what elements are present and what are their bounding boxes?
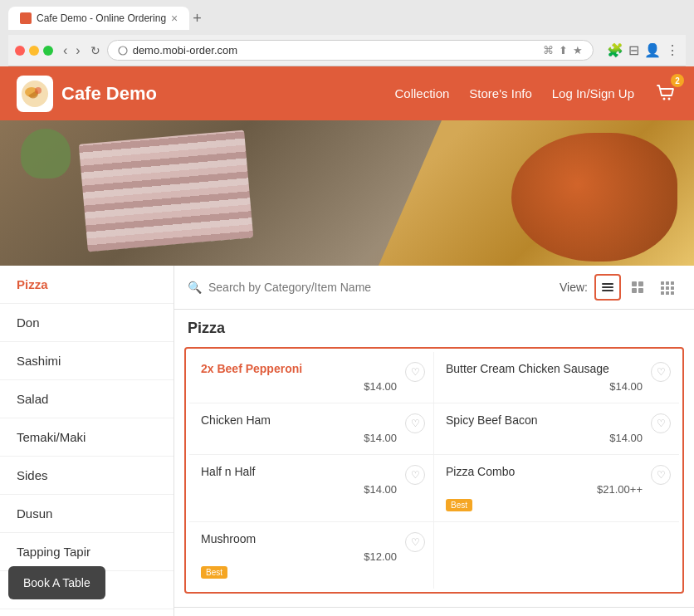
- browser-controls: ‹ › ↻ demo.mobi-order.com ⌘ ⬆ ★ 🧩 ⊟ 👤 ⋮: [8, 35, 686, 66]
- svg-rect-10: [638, 281, 643, 286]
- svg-rect-14: [666, 281, 669, 285]
- menu-item-spicy-beef[interactable]: Spicy Beef Bacon $14.00 ♡: [434, 403, 679, 455]
- sidebar-item-salad[interactable]: Salad: [0, 380, 174, 418]
- heart-btn[interactable]: ♡: [651, 413, 671, 433]
- heart-btn[interactable]: ♡: [405, 413, 425, 433]
- grid2-view-icon: [630, 280, 645, 295]
- cart-count: 2: [671, 74, 684, 87]
- sidebar-item-don[interactable]: Don: [0, 304, 174, 342]
- search-icon: 🔍: [188, 281, 202, 294]
- content-area: 🔍 View:: [174, 266, 694, 616]
- minimize-window-btn[interactable]: [29, 46, 39, 56]
- logo-svg: [20, 79, 50, 109]
- grid3-view-icon: [660, 280, 675, 295]
- svg-rect-8: [602, 290, 613, 291]
- forward-btn[interactable]: ›: [72, 43, 83, 58]
- category-title: Pizza: [174, 310, 694, 347]
- search-input[interactable]: [208, 281, 553, 294]
- active-tab[interactable]: Cafe Demo - Online Ordering ×: [8, 7, 189, 30]
- view-label: View:: [560, 281, 588, 294]
- browser-tabs: Cafe Demo - Online Ordering × +: [8, 7, 686, 30]
- svg-rect-9: [632, 281, 637, 286]
- traffic-lights: [15, 46, 53, 56]
- sidebar-item-pizza[interactable]: Pizza: [0, 266, 174, 304]
- sidebar-item-sourdough[interactable]: Sourdough: [0, 609, 174, 616]
- menu-item-name: Half n Half: [201, 465, 422, 478]
- close-window-btn[interactable]: [15, 46, 25, 56]
- menu-item-price: $12.00: [201, 550, 422, 563]
- svg-rect-7: [602, 286, 613, 288]
- svg-rect-6: [602, 283, 613, 285]
- address-bar-icons: ⌘ ⬆ ★: [543, 44, 583, 56]
- menu-item-name: Mushroom: [201, 532, 422, 545]
- svg-rect-21: [671, 291, 674, 295]
- svg-rect-12: [638, 288, 643, 293]
- svg-point-3: [35, 87, 42, 94]
- stores-info-nav-link[interactable]: Store's Info: [469, 86, 531, 100]
- menu-item-price: $14.00: [446, 380, 667, 393]
- menu-item-empty: [434, 522, 679, 589]
- menu-item-name: Pizza Combo: [446, 465, 667, 478]
- list-view-btn[interactable]: [594, 274, 621, 301]
- browser-extras: 🧩 ⊟ 👤 ⋮: [607, 42, 679, 58]
- reload-btn[interactable]: ↻: [90, 44, 100, 57]
- svg-rect-19: [661, 291, 664, 295]
- menu-item-price: $21.00++: [446, 483, 667, 496]
- menu-item-butter-cream[interactable]: Butter Cream Chicken Sausage $14.00 ♡: [434, 352, 679, 403]
- menu-item-mushroom[interactable]: Mushroom $12.00 Best ♡: [189, 522, 434, 589]
- site-header: Cafe Demo Collection Store's Info Log In…: [0, 66, 694, 120]
- grid2-view-btn[interactable]: [624, 274, 651, 301]
- menu-item-price: $14.00: [201, 483, 422, 496]
- sidebar-item-sides[interactable]: Sides: [0, 457, 174, 495]
- sidebar-item-sashimi[interactable]: Sashimi: [0, 342, 174, 380]
- menu-item-2xbeef[interactable]: 2x Beef Pepperoni $14.00 ♡: [189, 352, 434, 403]
- view-controls: View:: [560, 274, 681, 301]
- svg-rect-20: [666, 291, 669, 295]
- lock-icon: [118, 46, 128, 56]
- heart-btn[interactable]: ♡: [405, 532, 425, 552]
- tab-title: Cafe Demo - Online Ordering: [37, 12, 166, 24]
- menu-item-name: 2x Beef Pepperoni: [201, 362, 422, 375]
- address-text: demo.mobi-order.com: [133, 44, 237, 56]
- grid3-view-btn[interactable]: [654, 274, 681, 301]
- menu-grid: 2x Beef Pepperoni $14.00 ♡ Butter Cream …: [189, 352, 679, 589]
- svg-rect-13: [661, 281, 664, 285]
- svg-rect-18: [671, 286, 674, 290]
- heart-btn[interactable]: ♡: [405, 362, 425, 382]
- sidebar: Pizza Don Sashimi Salad Temaki/Maki Side…: [0, 266, 174, 616]
- maximize-window-btn[interactable]: [43, 46, 53, 56]
- back-btn[interactable]: ‹: [60, 43, 71, 58]
- menu-item-chicken-ham[interactable]: Chicken Ham $14.00 ♡: [189, 403, 434, 455]
- heart-btn[interactable]: ♡: [651, 465, 671, 485]
- menu-grid-wrapper: 2x Beef Pepperoni $14.00 ♡ Butter Cream …: [184, 347, 684, 594]
- svg-rect-15: [671, 281, 674, 285]
- don-section-title: Don: [174, 607, 694, 616]
- login-nav-link[interactable]: Log In/Sign Up: [552, 86, 634, 100]
- tab-favicon: [20, 12, 32, 24]
- menu-item-pizza-combo[interactable]: Pizza Combo $21.00++ Best ♡: [434, 455, 679, 522]
- pizza-decoration: [511, 133, 677, 262]
- sidebar-item-temaki[interactable]: Temaki/Maki: [0, 418, 174, 457]
- svg-rect-11: [632, 288, 637, 293]
- collection-nav-link[interactable]: Collection: [394, 86, 449, 100]
- header-nav: Collection Store's Info Log In/Sign Up 2: [394, 81, 677, 106]
- heart-btn[interactable]: ♡: [651, 362, 671, 382]
- nav-buttons: ‹ ›: [60, 43, 84, 58]
- cloth-decoration: [79, 130, 254, 252]
- sidebar-item-dusun[interactable]: Dusun: [0, 495, 174, 533]
- new-tab-btn[interactable]: +: [193, 10, 202, 27]
- best-badge: Best: [446, 499, 472, 511]
- tab-close-btn[interactable]: ×: [171, 12, 178, 25]
- site-logo: [17, 76, 53, 112]
- menu-item-name: Chicken Ham: [201, 413, 422, 427]
- svg-rect-17: [666, 286, 669, 290]
- menu-item-half-n-half[interactable]: Half n Half $14.00 ♡: [189, 455, 434, 522]
- address-bar[interactable]: demo.mobi-order.com ⌘ ⬆ ★: [107, 40, 594, 61]
- main-content: Pizza Don Sashimi Salad Temaki/Maki Side…: [0, 266, 694, 616]
- heart-btn[interactable]: ♡: [405, 465, 425, 485]
- site-title: Cafe Demo: [61, 83, 157, 105]
- book-table-btn[interactable]: Book A Table: [8, 566, 105, 599]
- cart-button[interactable]: 2: [654, 81, 677, 106]
- menu-item-name: Butter Cream Chicken Sausage: [446, 362, 667, 375]
- hero-banner: [0, 120, 694, 266]
